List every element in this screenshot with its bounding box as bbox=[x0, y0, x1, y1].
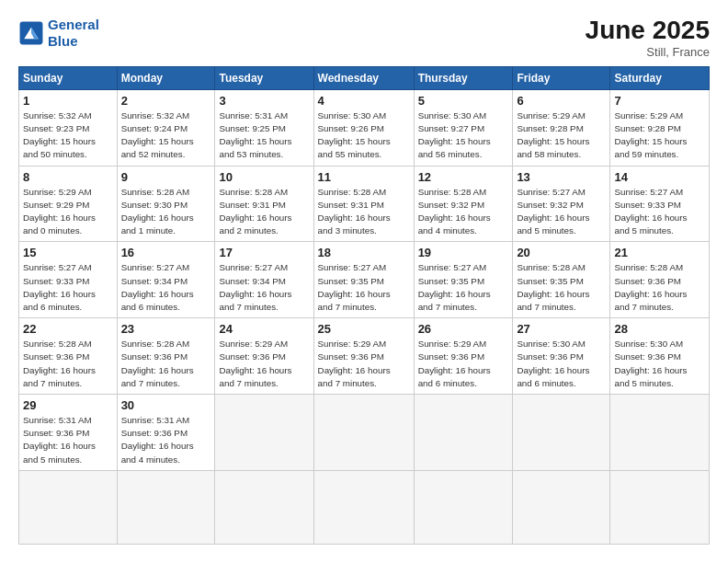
table-row: 23 Sunrise: 5:28 AMSunset: 9:36 PMDaylig… bbox=[117, 318, 215, 395]
day-info: Sunrise: 5:27 AMSunset: 9:35 PMDaylight:… bbox=[418, 261, 509, 314]
day-number: 19 bbox=[418, 246, 509, 259]
calendar-header-row: Sunday Monday Tuesday Wednesday Thursday… bbox=[19, 66, 710, 89]
table-row: 25 Sunrise: 5:29 AMSunset: 9:36 PMDaylig… bbox=[313, 318, 414, 395]
location: Still, France bbox=[586, 45, 710, 59]
table-row: 18 Sunrise: 5:27 AMSunset: 9:35 PMDaylig… bbox=[313, 242, 414, 318]
logo: General Blue bbox=[18, 17, 99, 50]
calendar-row: 22 Sunrise: 5:28 AMSunset: 9:36 PMDaylig… bbox=[19, 318, 710, 395]
table-row: 28 Sunrise: 5:30 AMSunset: 9:36 PMDaylig… bbox=[610, 318, 710, 395]
header: General Blue June 2025 Still, France bbox=[18, 17, 710, 59]
day-info: Sunrise: 5:30 AMSunset: 9:26 PMDaylight:… bbox=[318, 109, 410, 162]
calendar-row: 29 Sunrise: 5:31 AMSunset: 9:36 PMDaylig… bbox=[19, 395, 710, 471]
day-number: 25 bbox=[318, 322, 410, 336]
day-number: 11 bbox=[318, 170, 410, 184]
table-row: 2 Sunrise: 5:32 AMSunset: 9:24 PMDayligh… bbox=[117, 89, 215, 166]
table-row: 15 Sunrise: 5:27 AMSunset: 9:33 PMDaylig… bbox=[19, 242, 118, 318]
day-number: 22 bbox=[23, 322, 113, 336]
day-info: Sunrise: 5:28 AMSunset: 9:32 PMDaylight:… bbox=[418, 186, 509, 238]
day-number: 17 bbox=[219, 246, 309, 259]
table-row: 17 Sunrise: 5:27 AMSunset: 9:34 PMDaylig… bbox=[215, 242, 313, 318]
day-info: Sunrise: 5:28 AMSunset: 9:35 PMDaylight:… bbox=[517, 261, 606, 314]
day-info: Sunrise: 5:29 AMSunset: 9:28 PMDaylight:… bbox=[614, 109, 705, 162]
table-row: 14 Sunrise: 5:27 AMSunset: 9:33 PMDaylig… bbox=[610, 166, 710, 242]
table-row: 5 Sunrise: 5:30 AMSunset: 9:27 PMDayligh… bbox=[414, 89, 513, 166]
table-row bbox=[313, 470, 414, 544]
day-info: Sunrise: 5:31 AMSunset: 9:36 PMDaylight:… bbox=[23, 414, 113, 466]
day-info: Sunrise: 5:29 AMSunset: 9:36 PMDaylight:… bbox=[318, 338, 410, 390]
day-info: Sunrise: 5:28 AMSunset: 9:30 PMDaylight:… bbox=[121, 186, 211, 238]
col-sunday: Sunday bbox=[19, 66, 118, 89]
table-row bbox=[19, 470, 118, 544]
day-info: Sunrise: 5:30 AMSunset: 9:36 PMDaylight:… bbox=[614, 338, 705, 390]
table-row: 4 Sunrise: 5:30 AMSunset: 9:26 PMDayligh… bbox=[313, 89, 414, 166]
table-row: 9 Sunrise: 5:28 AMSunset: 9:30 PMDayligh… bbox=[117, 166, 215, 242]
table-row: 16 Sunrise: 5:27 AMSunset: 9:34 PMDaylig… bbox=[117, 242, 215, 318]
day-number: 28 bbox=[614, 322, 705, 336]
table-row bbox=[313, 395, 414, 471]
day-info: Sunrise: 5:27 AMSunset: 9:35 PMDaylight:… bbox=[318, 261, 410, 314]
table-row bbox=[215, 470, 313, 544]
logo-line2: Blue bbox=[48, 33, 78, 49]
day-number: 4 bbox=[318, 94, 410, 108]
day-number: 16 bbox=[121, 246, 211, 259]
day-info: Sunrise: 5:30 AMSunset: 9:36 PMDaylight:… bbox=[517, 338, 606, 390]
title-block: June 2025 Still, France bbox=[586, 17, 710, 59]
table-row: 29 Sunrise: 5:31 AMSunset: 9:36 PMDaylig… bbox=[19, 395, 118, 471]
calendar-row bbox=[19, 470, 710, 544]
table-row: 24 Sunrise: 5:29 AMSunset: 9:36 PMDaylig… bbox=[215, 318, 313, 395]
table-row: 7 Sunrise: 5:29 AMSunset: 9:28 PMDayligh… bbox=[610, 89, 710, 166]
day-info: Sunrise: 5:28 AMSunset: 9:31 PMDaylight:… bbox=[219, 186, 309, 238]
table-row: 27 Sunrise: 5:30 AMSunset: 9:36 PMDaylig… bbox=[513, 318, 610, 395]
day-number: 21 bbox=[614, 246, 705, 259]
table-row: 12 Sunrise: 5:28 AMSunset: 9:32 PMDaylig… bbox=[414, 166, 513, 242]
col-wednesday: Wednesday bbox=[313, 66, 414, 89]
day-info: Sunrise: 5:28 AMSunset: 9:36 PMDaylight:… bbox=[614, 261, 705, 314]
calendar: Sunday Monday Tuesday Wednesday Thursday… bbox=[18, 66, 710, 545]
day-info: Sunrise: 5:28 AMSunset: 9:31 PMDaylight:… bbox=[318, 186, 410, 238]
logo-text: General Blue bbox=[48, 17, 99, 50]
day-number: 6 bbox=[517, 94, 606, 108]
day-info: Sunrise: 5:29 AMSunset: 9:36 PMDaylight:… bbox=[219, 338, 309, 390]
table-row: 26 Sunrise: 5:29 AMSunset: 9:36 PMDaylig… bbox=[414, 318, 513, 395]
table-row: 20 Sunrise: 5:28 AMSunset: 9:35 PMDaylig… bbox=[513, 242, 610, 318]
day-number: 29 bbox=[23, 398, 113, 412]
day-info: Sunrise: 5:27 AMSunset: 9:34 PMDaylight:… bbox=[219, 261, 309, 314]
day-number: 26 bbox=[418, 322, 509, 336]
col-saturday: Saturday bbox=[610, 66, 710, 89]
day-info: Sunrise: 5:27 AMSunset: 9:33 PMDaylight:… bbox=[23, 261, 113, 314]
day-number: 14 bbox=[614, 170, 705, 184]
table-row: 22 Sunrise: 5:28 AMSunset: 9:36 PMDaylig… bbox=[19, 318, 118, 395]
col-thursday: Thursday bbox=[414, 66, 513, 89]
calendar-row: 1 Sunrise: 5:32 AMSunset: 9:23 PMDayligh… bbox=[19, 89, 710, 166]
table-row bbox=[414, 395, 513, 471]
day-number: 8 bbox=[23, 170, 113, 184]
table-row: 6 Sunrise: 5:29 AMSunset: 9:28 PMDayligh… bbox=[513, 89, 610, 166]
table-row bbox=[414, 470, 513, 544]
day-number: 12 bbox=[418, 170, 509, 184]
table-row bbox=[610, 470, 710, 544]
logo-icon bbox=[18, 20, 44, 46]
day-info: Sunrise: 5:29 AMSunset: 9:36 PMDaylight:… bbox=[418, 338, 509, 390]
table-row bbox=[215, 395, 313, 471]
day-number: 23 bbox=[121, 322, 211, 336]
table-row: 1 Sunrise: 5:32 AMSunset: 9:23 PMDayligh… bbox=[19, 89, 118, 166]
logo-line1: General bbox=[48, 17, 99, 32]
day-number: 30 bbox=[121, 398, 211, 412]
day-info: Sunrise: 5:28 AMSunset: 9:36 PMDaylight:… bbox=[121, 338, 211, 390]
day-number: 24 bbox=[219, 322, 309, 336]
day-number: 7 bbox=[614, 94, 705, 108]
day-info: Sunrise: 5:30 AMSunset: 9:27 PMDaylight:… bbox=[418, 109, 509, 162]
table-row: 19 Sunrise: 5:27 AMSunset: 9:35 PMDaylig… bbox=[414, 242, 513, 318]
day-number: 10 bbox=[219, 170, 309, 184]
table-row bbox=[117, 470, 215, 544]
day-number: 18 bbox=[318, 246, 410, 259]
table-row: 3 Sunrise: 5:31 AMSunset: 9:25 PMDayligh… bbox=[215, 89, 313, 166]
day-number: 27 bbox=[517, 322, 606, 336]
day-number: 1 bbox=[23, 94, 113, 108]
day-number: 5 bbox=[418, 94, 509, 108]
day-number: 3 bbox=[219, 94, 309, 108]
table-row: 11 Sunrise: 5:28 AMSunset: 9:31 PMDaylig… bbox=[313, 166, 414, 242]
col-tuesday: Tuesday bbox=[215, 66, 313, 89]
day-info: Sunrise: 5:32 AMSunset: 9:24 PMDaylight:… bbox=[121, 109, 211, 162]
calendar-row: 15 Sunrise: 5:27 AMSunset: 9:33 PMDaylig… bbox=[19, 242, 710, 318]
